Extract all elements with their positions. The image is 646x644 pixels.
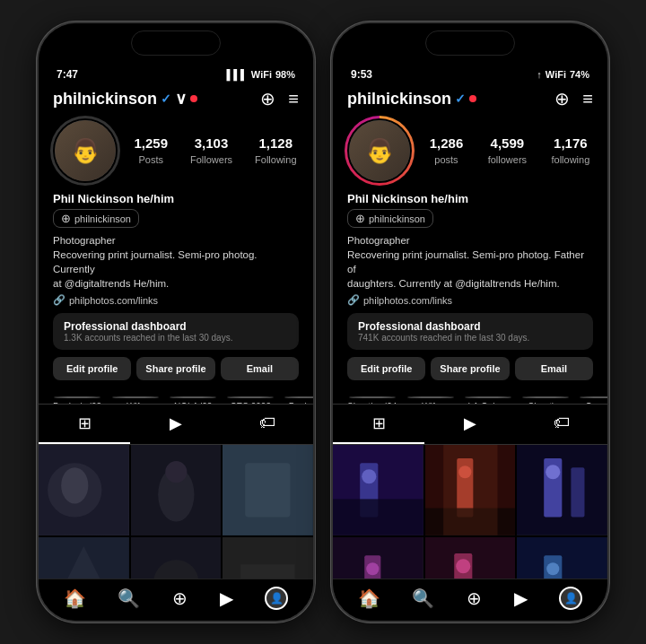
time-right: 9:53	[351, 68, 372, 81]
grid-cell-r2[interactable]	[517, 445, 607, 535]
reels-icon-left[interactable]: ▶	[220, 587, 233, 609]
profile-section-left: 👨 1,259 Posts 3,103 Followers	[39, 115, 313, 396]
grid-cell-r0[interactable]	[333, 445, 423, 535]
stat-followers-right: 4,599 followers	[488, 135, 527, 167]
search-icon-right[interactable]: 🔍	[412, 587, 434, 609]
status-bar-right: 9:53 ↑ WiFi 74%	[333, 59, 607, 84]
home-icon-right[interactable]: 🏠	[358, 587, 380, 609]
stat-following-left: 1,128 Following	[255, 135, 296, 167]
svg-point-25	[546, 466, 561, 480]
home-icon-left[interactable]: 🏠	[64, 587, 86, 609]
tab-reel-right[interactable]: ▶	[424, 405, 516, 444]
svg-point-35	[547, 562, 560, 575]
username-right: philnickinson ✓	[347, 90, 476, 109]
grid-cell-r5[interactable]	[517, 537, 607, 579]
grid-cell-r4[interactable]	[425, 537, 516, 579]
grid-cell-5[interactable]	[223, 537, 313, 579]
search-icon-left[interactable]: 🔍	[118, 587, 140, 609]
username-left: philnickinson ✓ ∨	[53, 89, 197, 109]
dashboard-left[interactable]: Professional dashboard 1.3K accounts rea…	[53, 313, 299, 350]
svg-point-2	[61, 468, 88, 504]
grid-cell-r3[interactable]	[333, 537, 423, 579]
photo-grid-right	[333, 445, 607, 579]
tab-tag-left[interactable]: 🏷	[222, 405, 313, 444]
edit-profile-btn-left[interactable]: Edit profile	[53, 357, 131, 380]
svg-point-29	[366, 562, 379, 575]
email-btn-right[interactable]: Email	[515, 357, 593, 380]
add-post-icon-left[interactable]: ⊕	[172, 587, 188, 609]
battery-right: 74%	[570, 69, 589, 80]
link-row-left: 🔗 philphotos.com/links	[53, 294, 299, 306]
svg-rect-13	[240, 564, 294, 579]
tab-grid-left[interactable]: ⊞	[39, 405, 130, 444]
avatar-right: 👨	[347, 118, 412, 183]
signal-left: ▌▌▌	[226, 69, 247, 80]
bio-left: Photographer Recovering print journalist…	[53, 233, 299, 291]
grid-cell-1[interactable]	[131, 445, 222, 535]
status-bar-left: 7:47 ▌▌▌ WiFi 98%	[39, 59, 313, 84]
avatar-container-right: 👨	[347, 118, 412, 183]
bottom-nav-left: 🏠 🔍 ⊕ ▶ 👤	[39, 579, 313, 621]
profile-icon-left[interactable]: 👤	[265, 587, 288, 610]
phone-right: 9:53 ↑ WiFi 74% philnickinson ✓ ⊕	[331, 22, 609, 622]
stat-followers-left: 3,103 Followers	[190, 135, 232, 167]
avatar-container-left: 👨	[53, 118, 118, 183]
action-buttons-left: Edit profile Share profile Email	[53, 357, 299, 380]
profile-icon-right[interactable]: 👤	[559, 587, 582, 610]
add-post-icon-right[interactable]: ⊕	[467, 587, 482, 609]
menu-icon-right[interactable]: ≡	[582, 89, 593, 109]
nav-bar-right: philnickinson ✓ ⊕ ≡	[333, 84, 607, 115]
battery-left: 98%	[275, 69, 295, 80]
share-profile-btn-left[interactable]: Share profile	[136, 357, 214, 380]
tab-row-left: ⊞ ▶ 🏷	[39, 404, 313, 445]
threads-badge-left[interactable]: ⊕ philnickinson	[53, 209, 139, 228]
wifi-right: WiFi	[546, 69, 566, 80]
stat-following-right: 1,176 following	[551, 135, 589, 167]
link-icon-right: 🔗	[347, 294, 360, 306]
bio-right: Photographer Recovering print journalist…	[347, 233, 593, 291]
svg-point-16	[362, 470, 376, 484]
add-icon-right[interactable]: ⊕	[554, 88, 570, 109]
phones-container: 7:47 ▌▌▌ WiFi 98% philnickinson ✓ ∨	[28, 13, 618, 631]
svg-rect-22	[443, 445, 497, 535]
svg-point-32	[456, 559, 470, 573]
tab-reel-left[interactable]: ▶	[130, 405, 222, 444]
dynamic-island-left	[131, 30, 221, 56]
tab-tag-right[interactable]: 🏷	[516, 405, 607, 444]
time-left: 7:47	[57, 68, 78, 81]
link-row-right: 🔗 philphotos.com/links	[347, 294, 593, 306]
grid-cell-0[interactable]	[39, 445, 129, 535]
grid-cell-3[interactable]	[39, 537, 129, 579]
threads-badge-right[interactable]: ⊕ philnickinson	[347, 209, 433, 228]
threads-icon-left: ⊕	[61, 212, 71, 225]
svg-point-5	[165, 461, 187, 483]
stat-posts-left: 1,259 Posts	[134, 135, 168, 167]
grid-cell-4[interactable]	[131, 537, 222, 579]
dashboard-right[interactable]: Professional dashboard 741K accounts rea…	[347, 313, 593, 350]
phone-left: 7:47 ▌▌▌ WiFi 98% philnickinson ✓ ∨	[37, 22, 315, 622]
share-profile-btn-right[interactable]: Share profile	[431, 357, 509, 380]
live-dot-left	[190, 95, 197, 102]
stat-posts-right: 1,286 posts	[430, 135, 464, 167]
nav-bar-left: philnickinson ✓ ∨ ⊕ ≡	[39, 84, 313, 115]
grid-cell-2[interactable]	[223, 445, 313, 535]
menu-icon-left[interactable]: ≡	[288, 89, 299, 109]
email-btn-left[interactable]: Email	[221, 357, 299, 380]
photo-grid-left	[39, 445, 313, 579]
action-buttons-right: Edit profile Share profile Email	[347, 357, 593, 380]
edit-profile-btn-right[interactable]: Edit profile	[347, 357, 425, 380]
svg-rect-26	[572, 468, 585, 518]
stats-row-left: 1,259 Posts 3,103 Followers 1,128 Follow…	[132, 135, 299, 167]
tab-grid-right[interactable]: ⊞	[333, 405, 424, 444]
signal-right: ↑	[537, 69, 542, 80]
wifi-left: WiFi	[251, 69, 272, 80]
threads-icon-right: ⊕	[355, 212, 365, 225]
dynamic-island-right	[425, 30, 515, 56]
highlights-left: 📚 Books in '23 👩 Wife 🏙️ NOLA '23 🎮 CES …	[39, 396, 313, 404]
add-icon-left[interactable]: ⊕	[260, 88, 275, 109]
avatar-left: 👨	[53, 118, 118, 183]
grid-cell-r1[interactable]	[425, 445, 516, 535]
profile-name-left: Phil Nickinson he/him	[53, 192, 299, 205]
reels-icon-right[interactable]: ▶	[514, 587, 528, 609]
verified-badge-left: ✓	[161, 91, 171, 106]
